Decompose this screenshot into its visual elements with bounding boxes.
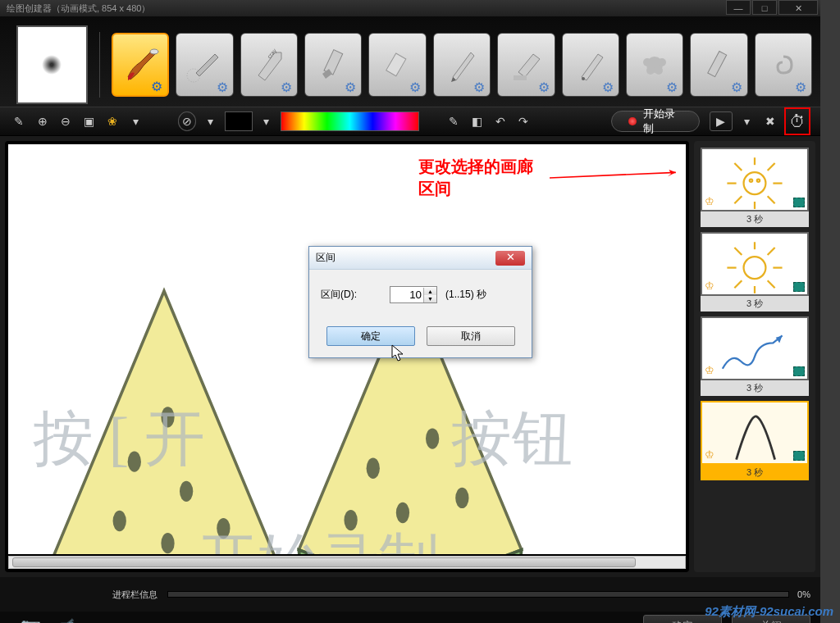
- interval-input[interactable]: [390, 287, 423, 302]
- frame-item[interactable]: ♔ 3 秒: [701, 232, 809, 312]
- flower-icon[interactable]: ❀: [103, 111, 121, 131]
- svg-point-36: [744, 257, 766, 279]
- color-swatch[interactable]: [225, 111, 253, 131]
- fit-icon[interactable]: ▣: [80, 111, 98, 131]
- watermark: 92素材网-92sucai.com: [705, 604, 833, 620]
- spin-down-icon[interactable]: ▼: [424, 295, 436, 302]
- tool-toolbar: ⚙ ⚙ cray⚙ ⚙ ⚙ ⚙ ⚙ ⚙ ⚙ ⚙ ⚙: [0, 16, 820, 107]
- gear-icon: ⚙: [217, 80, 230, 93]
- svg-line-33: [768, 163, 775, 171]
- app-window: 绘图创建器（动画模式, 854 x 480） — □ ✕ ⚙ ⚙ cray⚙ ⚙…: [0, 0, 820, 612]
- app-title: 绘图创建器（动画模式, 854 x 480）: [7, 2, 150, 15]
- maximize-button[interactable]: □: [752, 0, 777, 15]
- gear-icon: ⚙: [538, 80, 551, 93]
- frames-panel: ♔ 3 秒 ♔ 3 秒 ♔ 3 秒 ♔ 3 秒: [694, 141, 815, 572]
- gear-icon: ⚙: [666, 80, 679, 93]
- undo-icon[interactable]: ↶: [491, 111, 509, 131]
- no-color-icon[interactable]: ⊘: [178, 111, 197, 131]
- svg-line-32: [734, 163, 742, 171]
- eraser-icon[interactable]: ◧: [468, 111, 486, 131]
- crown-icon: ♔: [705, 448, 714, 461]
- spin-up-icon[interactable]: ▲: [424, 288, 436, 295]
- tool-pencil[interactable]: ⚙: [433, 33, 491, 97]
- record-label: 开始录制: [643, 107, 682, 136]
- edit-tool-icon[interactable]: ✎: [10, 111, 28, 131]
- record-dot-icon: [628, 117, 636, 125]
- svg-point-10: [646, 66, 655, 75]
- gear-icon: ⚙: [795, 80, 808, 93]
- tool-crayon[interactable]: cray⚙: [240, 33, 298, 97]
- svg-rect-12: [708, 51, 727, 76]
- tool-airbrush[interactable]: ⚙: [176, 33, 233, 97]
- dropdown-icon[interactable]: ▾: [737, 111, 756, 131]
- interval-button[interactable]: ⏱: [784, 107, 810, 135]
- svg-point-0: [150, 49, 158, 54]
- svg-point-21: [113, 511, 126, 531]
- frame-duration: 3 秒: [701, 211, 809, 227]
- svg-point-11: [655, 66, 663, 75]
- dropdown-icon[interactable]: ▾: [126, 111, 144, 131]
- record-button[interactable]: 开始录制: [611, 111, 700, 132]
- gear-icon: ⚙: [151, 79, 164, 92]
- gear-icon: ⚙: [473, 80, 486, 93]
- svg-point-6: [582, 77, 585, 80]
- redo-icon[interactable]: ↷: [514, 111, 532, 131]
- titlebar: 绘图创建器（动画模式, 854 x 480） — □ ✕: [0, 0, 820, 16]
- tool-pen[interactable]: ⚙: [562, 33, 619, 97]
- interval-spinner[interactable]: ▲▼: [390, 286, 437, 303]
- ghost-text: 开始录制: [197, 521, 440, 554]
- crown-icon: ♔: [705, 280, 714, 292]
- window-close-button[interactable]: ✕: [778, 0, 818, 15]
- frame-item[interactable]: ♔ 3 秒: [701, 401, 809, 480]
- tool-marker[interactable]: ⚙: [304, 33, 362, 97]
- minimize-button[interactable]: —: [726, 0, 751, 15]
- frame-duration: 3 秒: [701, 380, 809, 396]
- tool-spiral[interactable]: ⚙: [755, 33, 812, 97]
- progress-label: 进程栏信息: [112, 589, 158, 601]
- dialog-close-button[interactable]: ✕: [495, 251, 525, 266]
- dropdown-icon[interactable]: ▾: [201, 111, 219, 131]
- dialog-cancel-button[interactable]: 取消: [427, 326, 515, 346]
- camcorder-icon[interactable]: 📹▾: [56, 616, 80, 623]
- gear-icon: ⚙: [602, 80, 615, 93]
- svg-point-20: [180, 481, 193, 502]
- gear-icon: ⚙: [731, 80, 744, 93]
- svg-line-44: [768, 280, 775, 288]
- frame-item[interactable]: ♔ 3 秒: [701, 148, 809, 227]
- gear-icon: ⚙: [409, 80, 422, 93]
- crown-icon: ♔: [705, 195, 714, 207]
- play-icon[interactable]: ▶: [710, 111, 733, 131]
- frame-item[interactable]: ♔ 3 秒: [701, 316, 809, 396]
- crown-icon: ♔: [705, 364, 714, 376]
- camera-icon[interactable]: 📷: [21, 616, 41, 623]
- tool-highlighter[interactable]: ⚙: [497, 33, 555, 97]
- tool-chalk[interactable]: ⚙: [368, 33, 426, 97]
- ghost-text: 按钮: [451, 398, 573, 480]
- svg-line-13: [550, 172, 676, 178]
- progress-bar: [167, 591, 789, 598]
- eyedropper-icon[interactable]: ✎: [444, 111, 462, 131]
- color-spectrum[interactable]: [281, 111, 419, 131]
- footer-bar: 📷 📹▾ 确定 关闭: [0, 612, 820, 623]
- svg-rect-4: [386, 52, 405, 75]
- svg-point-16: [396, 502, 409, 523]
- interval-dialog: 区间 ✕ 区间(D): ▲▼ (1..15) 秒 确定 取消: [308, 246, 532, 358]
- film-icon: [793, 198, 805, 207]
- tool-paintbrush[interactable]: ⚙: [112, 33, 170, 97]
- svg-rect-5: [514, 75, 527, 80]
- svg-point-26: [750, 180, 752, 182]
- gear-icon: ⚙: [281, 80, 294, 93]
- delete-icon[interactable]: ✖: [760, 111, 778, 131]
- svg-point-24: [161, 533, 174, 553]
- zoom-in-icon[interactable]: ⊕: [33, 111, 51, 131]
- tool-pastel[interactable]: ⚙: [690, 33, 747, 97]
- dropdown-icon[interactable]: ▾: [258, 111, 276, 131]
- horizontal-scrollbar[interactable]: [8, 556, 686, 569]
- svg-point-17: [455, 488, 468, 508]
- zoom-out-icon[interactable]: ⊖: [57, 111, 75, 131]
- dialog-title: 区间: [316, 251, 336, 265]
- brush-preview: [16, 25, 88, 104]
- tool-stamp[interactable]: ⚙: [626, 33, 683, 97]
- dialog-ok-button[interactable]: 确定: [326, 326, 415, 346]
- interval-label: 区间(D):: [321, 288, 357, 302]
